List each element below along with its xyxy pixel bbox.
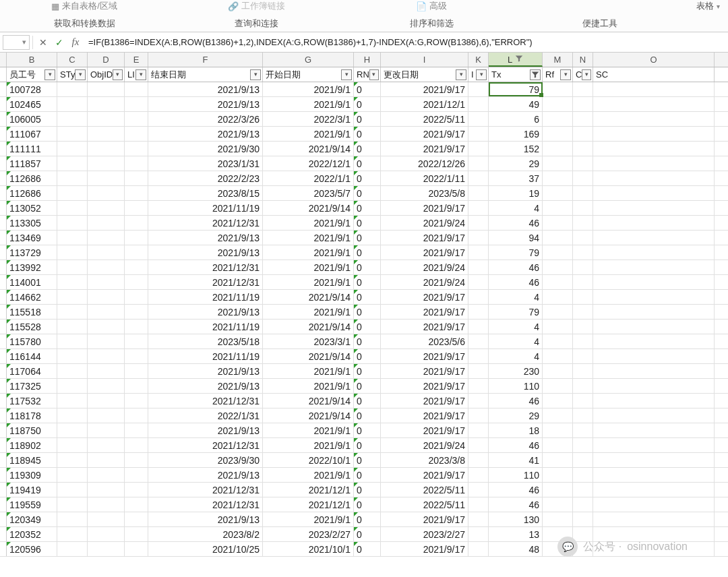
row-header[interactable]: [0, 216, 7, 230]
cell-K[interactable]: [468, 260, 489, 274]
row-header[interactable]: [0, 334, 7, 348]
cell-E[interactable]: [125, 483, 148, 497]
cell-L[interactable]: 46: [489, 497, 543, 512]
enter-formula-button[interactable]: ✓: [52, 35, 67, 50]
cell-D[interactable]: [88, 483, 125, 497]
column-header-G[interactable]: G: [263, 53, 354, 67]
cell-K[interactable]: [468, 127, 489, 141]
cell-C[interactable]: [57, 364, 88, 378]
filter-dropdown-button[interactable]: ▾: [75, 69, 86, 80]
cell-E[interactable]: [125, 394, 148, 408]
cell-O[interactable]: [593, 379, 715, 393]
cell-L[interactable]: 169: [489, 127, 543, 141]
cell-M[interactable]: [543, 216, 573, 230]
cell-N[interactable]: [573, 156, 593, 171]
cell-L[interactable]: 49: [489, 97, 543, 111]
cell-K[interactable]: [468, 82, 489, 96]
cell-M[interactable]: [543, 245, 573, 260]
cell-D[interactable]: [88, 542, 125, 556]
cell-C[interactable]: [57, 512, 88, 526]
cell-G[interactable]: 2021/9/1: [263, 379, 354, 393]
cell-O[interactable]: [593, 320, 715, 334]
cell-F[interactable]: 2022/2/23: [148, 171, 263, 185]
cell-L[interactable]: 79: [489, 245, 543, 260]
cell-B[interactable]: 111111: [7, 142, 57, 156]
cell-L[interactable]: 46: [489, 260, 543, 274]
cell-I[interactable]: 2023/5/8: [381, 186, 468, 200]
cell-F[interactable]: 2021/9/13: [148, 468, 263, 482]
cell-M[interactable]: [543, 142, 573, 156]
cell-D[interactable]: [88, 305, 125, 319]
cell-C[interactable]: [57, 127, 88, 141]
cell-E[interactable]: [125, 275, 148, 289]
cell-L[interactable]: 29: [489, 156, 543, 171]
cell-C[interactable]: [57, 423, 88, 437]
row-header[interactable]: [0, 349, 7, 363]
cell-L[interactable]: 46: [489, 394, 543, 408]
cell-C[interactable]: [57, 305, 88, 319]
cell-G[interactable]: 2021/9/14: [263, 142, 354, 156]
cell-K[interactable]: [468, 290, 489, 304]
cell-K[interactable]: [468, 527, 489, 541]
cell-F[interactable]: 2021/9/13: [148, 379, 263, 393]
cell-F[interactable]: 2021/9/13: [148, 512, 263, 526]
cell-K[interactable]: [468, 275, 489, 289]
cell-L[interactable]: 41: [489, 453, 543, 467]
cell-E[interactable]: [125, 334, 148, 348]
cell-B[interactable]: 115518: [7, 305, 57, 319]
cell-O[interactable]: [593, 275, 715, 289]
cell-G[interactable]: 2023/3/1: [263, 334, 354, 348]
cell-N[interactable]: [573, 483, 593, 497]
cell-N[interactable]: [573, 171, 593, 185]
cell-M[interactable]: [543, 423, 573, 437]
cell-N[interactable]: [573, 364, 593, 378]
cell-D[interactable]: [88, 156, 125, 171]
cell-K[interactable]: [468, 497, 489, 512]
cell-M[interactable]: [543, 438, 573, 452]
cell-G[interactable]: 2021/9/1: [263, 216, 354, 230]
cell-F[interactable]: 2021/12/31: [148, 483, 263, 497]
cell-F[interactable]: 2021/11/19: [148, 201, 263, 215]
cell-B[interactable]: 118750: [7, 423, 57, 437]
cell-N[interactable]: [573, 127, 593, 141]
cell-O[interactable]: [593, 171, 715, 185]
cell-D[interactable]: [88, 201, 125, 215]
cell-I[interactable]: 2021/9/17: [381, 349, 468, 363]
cell-L[interactable]: 18: [489, 423, 543, 437]
cell-M[interactable]: [543, 364, 573, 378]
cell-F[interactable]: 2021/10/25: [148, 542, 263, 556]
cell-B[interactable]: 117064: [7, 364, 57, 378]
cell-B[interactable]: 112686: [7, 186, 57, 200]
cell-G[interactable]: 2021/9/14: [263, 394, 354, 408]
cell-H[interactable]: 0: [354, 97, 381, 111]
cell-G[interactable]: 2022/10/1: [263, 453, 354, 467]
cell-N[interactable]: [573, 305, 593, 319]
cell-E[interactable]: [125, 408, 148, 423]
cell-E[interactable]: [125, 468, 148, 482]
cell-O[interactable]: [593, 127, 715, 141]
cell-H[interactable]: 0: [354, 497, 381, 512]
cell-K[interactable]: [468, 468, 489, 482]
cell-O[interactable]: [593, 186, 715, 200]
cell-O[interactable]: [593, 364, 715, 378]
cell-H[interactable]: 0: [354, 186, 381, 200]
cell-I[interactable]: 2021/9/17: [381, 231, 468, 245]
filter-button[interactable]: [530, 69, 541, 80]
cell-M[interactable]: [543, 483, 573, 497]
cell-K[interactable]: [468, 97, 489, 111]
cell-F[interactable]: 2021/11/19: [148, 349, 263, 363]
cell-K[interactable]: [468, 364, 489, 378]
cell-I[interactable]: 2022/5/11: [381, 497, 468, 512]
row-header[interactable]: [0, 231, 7, 245]
cell-H[interactable]: 0: [354, 364, 381, 378]
cell-K[interactable]: [468, 305, 489, 319]
cell-B[interactable]: 116144: [7, 349, 57, 363]
cell-E[interactable]: [125, 127, 148, 141]
cell-E[interactable]: [125, 186, 148, 200]
cell-B[interactable]: 112686: [7, 171, 57, 185]
cell-E[interactable]: [125, 527, 148, 541]
cell-E[interactable]: [125, 364, 148, 378]
cell-M[interactable]: [543, 527, 573, 541]
cell-C[interactable]: [57, 245, 88, 260]
cell-F[interactable]: 2021/12/31: [148, 216, 263, 230]
